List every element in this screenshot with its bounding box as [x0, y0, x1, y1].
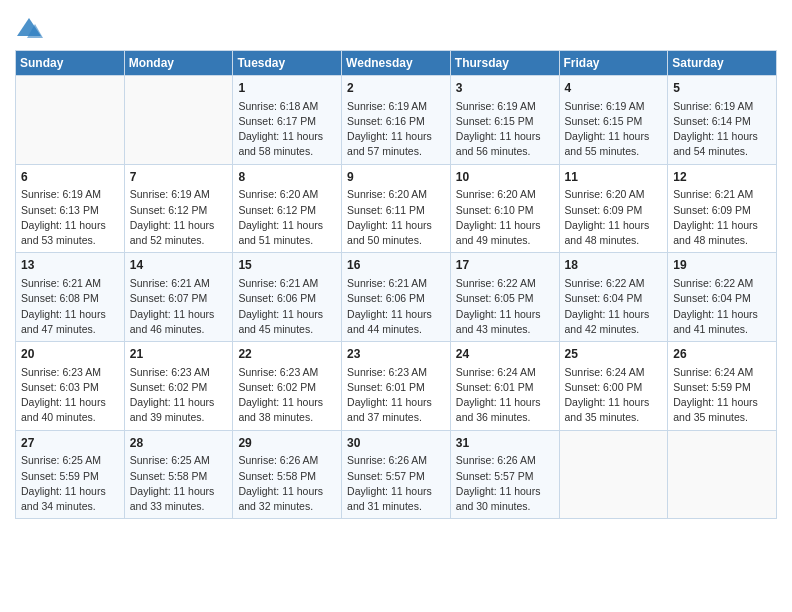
- day-info: Sunrise: 6:21 AMSunset: 6:06 PMDaylight:…: [238, 276, 336, 337]
- day-cell: 31Sunrise: 6:26 AMSunset: 5:57 PMDayligh…: [450, 430, 559, 519]
- day-cell: 18Sunrise: 6:22 AMSunset: 6:04 PMDayligh…: [559, 253, 668, 342]
- day-cell: [16, 76, 125, 165]
- day-info: Sunrise: 6:19 AMSunset: 6:16 PMDaylight:…: [347, 99, 445, 160]
- calendar: SundayMondayTuesdayWednesdayThursdayFrid…: [15, 50, 777, 519]
- day-info: Sunrise: 6:23 AMSunset: 6:03 PMDaylight:…: [21, 365, 119, 426]
- day-cell: 2Sunrise: 6:19 AMSunset: 6:16 PMDaylight…: [342, 76, 451, 165]
- day-info: Sunrise: 6:22 AMSunset: 6:04 PMDaylight:…: [565, 276, 663, 337]
- day-number: 25: [565, 346, 663, 363]
- day-number: 24: [456, 346, 554, 363]
- day-info: Sunrise: 6:26 AMSunset: 5:58 PMDaylight:…: [238, 453, 336, 514]
- day-info: Sunrise: 6:22 AMSunset: 6:04 PMDaylight:…: [673, 276, 771, 337]
- day-number: 27: [21, 435, 119, 452]
- week-row-5: 27Sunrise: 6:25 AMSunset: 5:59 PMDayligh…: [16, 430, 777, 519]
- day-info: Sunrise: 6:20 AMSunset: 6:09 PMDaylight:…: [565, 187, 663, 248]
- logo: [15, 16, 47, 44]
- day-cell: 14Sunrise: 6:21 AMSunset: 6:07 PMDayligh…: [124, 253, 233, 342]
- day-number: 8: [238, 169, 336, 186]
- day-number: 5: [673, 80, 771, 97]
- day-info: Sunrise: 6:23 AMSunset: 6:02 PMDaylight:…: [238, 365, 336, 426]
- day-cell: 21Sunrise: 6:23 AMSunset: 6:02 PMDayligh…: [124, 342, 233, 431]
- day-number: 18: [565, 257, 663, 274]
- day-cell: 4Sunrise: 6:19 AMSunset: 6:15 PMDaylight…: [559, 76, 668, 165]
- day-info: Sunrise: 6:24 AMSunset: 6:01 PMDaylight:…: [456, 365, 554, 426]
- day-number: 15: [238, 257, 336, 274]
- day-cell: 28Sunrise: 6:25 AMSunset: 5:58 PMDayligh…: [124, 430, 233, 519]
- day-info: Sunrise: 6:18 AMSunset: 6:17 PMDaylight:…: [238, 99, 336, 160]
- day-info: Sunrise: 6:24 AMSunset: 5:59 PMDaylight:…: [673, 365, 771, 426]
- day-info: Sunrise: 6:20 AMSunset: 6:11 PMDaylight:…: [347, 187, 445, 248]
- weekday-header-wednesday: Wednesday: [342, 51, 451, 76]
- day-cell: 9Sunrise: 6:20 AMSunset: 6:11 PMDaylight…: [342, 164, 451, 253]
- day-info: Sunrise: 6:26 AMSunset: 5:57 PMDaylight:…: [347, 453, 445, 514]
- day-number: 28: [130, 435, 228, 452]
- day-info: Sunrise: 6:19 AMSunset: 6:15 PMDaylight:…: [456, 99, 554, 160]
- header: [15, 10, 777, 44]
- day-number: 20: [21, 346, 119, 363]
- day-number: 17: [456, 257, 554, 274]
- weekday-header-sunday: Sunday: [16, 51, 125, 76]
- weekday-header-thursday: Thursday: [450, 51, 559, 76]
- day-info: Sunrise: 6:20 AMSunset: 6:12 PMDaylight:…: [238, 187, 336, 248]
- day-info: Sunrise: 6:21 AMSunset: 6:06 PMDaylight:…: [347, 276, 445, 337]
- day-cell: 16Sunrise: 6:21 AMSunset: 6:06 PMDayligh…: [342, 253, 451, 342]
- day-number: 12: [673, 169, 771, 186]
- day-cell: 11Sunrise: 6:20 AMSunset: 6:09 PMDayligh…: [559, 164, 668, 253]
- day-number: 29: [238, 435, 336, 452]
- day-cell: 8Sunrise: 6:20 AMSunset: 6:12 PMDaylight…: [233, 164, 342, 253]
- day-cell: 29Sunrise: 6:26 AMSunset: 5:58 PMDayligh…: [233, 430, 342, 519]
- day-cell: 1Sunrise: 6:18 AMSunset: 6:17 PMDaylight…: [233, 76, 342, 165]
- day-info: Sunrise: 6:20 AMSunset: 6:10 PMDaylight:…: [456, 187, 554, 248]
- day-cell: 10Sunrise: 6:20 AMSunset: 6:10 PMDayligh…: [450, 164, 559, 253]
- day-number: 19: [673, 257, 771, 274]
- day-number: 4: [565, 80, 663, 97]
- day-info: Sunrise: 6:21 AMSunset: 6:09 PMDaylight:…: [673, 187, 771, 248]
- day-cell: 24Sunrise: 6:24 AMSunset: 6:01 PMDayligh…: [450, 342, 559, 431]
- day-cell: [124, 76, 233, 165]
- day-info: Sunrise: 6:19 AMSunset: 6:12 PMDaylight:…: [130, 187, 228, 248]
- day-cell: 3Sunrise: 6:19 AMSunset: 6:15 PMDaylight…: [450, 76, 559, 165]
- day-number: 6: [21, 169, 119, 186]
- day-cell: 17Sunrise: 6:22 AMSunset: 6:05 PMDayligh…: [450, 253, 559, 342]
- day-number: 1: [238, 80, 336, 97]
- day-cell: 13Sunrise: 6:21 AMSunset: 6:08 PMDayligh…: [16, 253, 125, 342]
- weekday-header-monday: Monday: [124, 51, 233, 76]
- weekday-header-saturday: Saturday: [668, 51, 777, 76]
- day-info: Sunrise: 6:23 AMSunset: 6:02 PMDaylight:…: [130, 365, 228, 426]
- day-cell: 27Sunrise: 6:25 AMSunset: 5:59 PMDayligh…: [16, 430, 125, 519]
- day-number: 22: [238, 346, 336, 363]
- day-info: Sunrise: 6:19 AMSunset: 6:14 PMDaylight:…: [673, 99, 771, 160]
- day-number: 30: [347, 435, 445, 452]
- day-info: Sunrise: 6:23 AMSunset: 6:01 PMDaylight:…: [347, 365, 445, 426]
- day-info: Sunrise: 6:22 AMSunset: 6:05 PMDaylight:…: [456, 276, 554, 337]
- day-cell: [559, 430, 668, 519]
- week-row-1: 1Sunrise: 6:18 AMSunset: 6:17 PMDaylight…: [16, 76, 777, 165]
- day-number: 10: [456, 169, 554, 186]
- day-number: 2: [347, 80, 445, 97]
- weekday-header-tuesday: Tuesday: [233, 51, 342, 76]
- day-cell: 19Sunrise: 6:22 AMSunset: 6:04 PMDayligh…: [668, 253, 777, 342]
- day-info: Sunrise: 6:25 AMSunset: 5:58 PMDaylight:…: [130, 453, 228, 514]
- day-number: 31: [456, 435, 554, 452]
- day-number: 26: [673, 346, 771, 363]
- day-cell: 7Sunrise: 6:19 AMSunset: 6:12 PMDaylight…: [124, 164, 233, 253]
- day-number: 13: [21, 257, 119, 274]
- logo-icon: [15, 16, 43, 44]
- day-info: Sunrise: 6:21 AMSunset: 6:08 PMDaylight:…: [21, 276, 119, 337]
- day-cell: 12Sunrise: 6:21 AMSunset: 6:09 PMDayligh…: [668, 164, 777, 253]
- week-row-4: 20Sunrise: 6:23 AMSunset: 6:03 PMDayligh…: [16, 342, 777, 431]
- day-cell: 23Sunrise: 6:23 AMSunset: 6:01 PMDayligh…: [342, 342, 451, 431]
- day-info: Sunrise: 6:19 AMSunset: 6:15 PMDaylight:…: [565, 99, 663, 160]
- weekday-header-friday: Friday: [559, 51, 668, 76]
- week-row-2: 6Sunrise: 6:19 AMSunset: 6:13 PMDaylight…: [16, 164, 777, 253]
- day-info: Sunrise: 6:19 AMSunset: 6:13 PMDaylight:…: [21, 187, 119, 248]
- day-info: Sunrise: 6:21 AMSunset: 6:07 PMDaylight:…: [130, 276, 228, 337]
- day-number: 3: [456, 80, 554, 97]
- week-row-3: 13Sunrise: 6:21 AMSunset: 6:08 PMDayligh…: [16, 253, 777, 342]
- day-info: Sunrise: 6:26 AMSunset: 5:57 PMDaylight:…: [456, 453, 554, 514]
- day-number: 11: [565, 169, 663, 186]
- day-number: 16: [347, 257, 445, 274]
- day-cell: 6Sunrise: 6:19 AMSunset: 6:13 PMDaylight…: [16, 164, 125, 253]
- day-number: 23: [347, 346, 445, 363]
- day-info: Sunrise: 6:25 AMSunset: 5:59 PMDaylight:…: [21, 453, 119, 514]
